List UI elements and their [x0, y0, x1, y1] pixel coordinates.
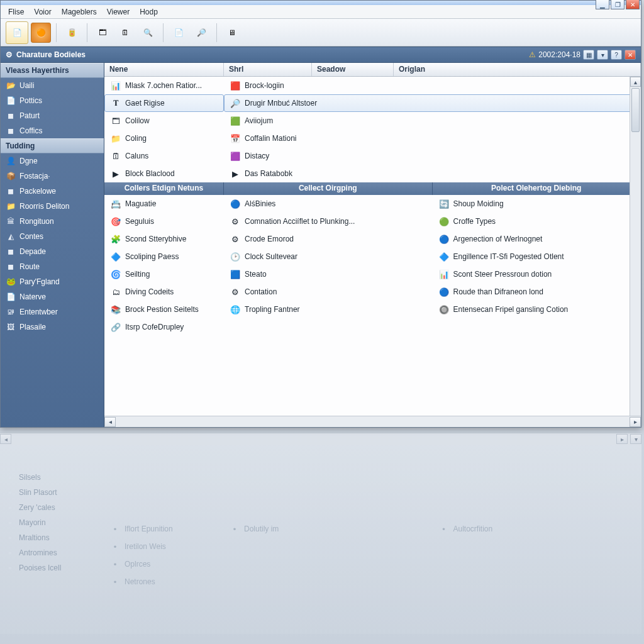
- lower-hscroll[interactable]: ◂ ▸ ▾: [0, 433, 641, 445]
- list-item[interactable]: 🗂Diving Codeits: [104, 283, 224, 301]
- list-item[interactable]: 📊Mlask 7.ochen Ratior...: [104, 77, 224, 94]
- sidebar-item[interactable]: 📁Roorris Deliton: [1, 199, 104, 214]
- tool-screen-icon[interactable]: 🖥: [222, 23, 242, 43]
- list-item[interactable]: ⚙Comnation Acciíflet to Plunking...: [224, 213, 433, 230]
- list-item[interactable]: 🔎Drugir Mпbuć Altstoer: [224, 94, 641, 112]
- sidebar-item[interactable]: ◭Contes: [1, 229, 104, 244]
- list-item[interactable]: 🟢Croffe Types: [433, 213, 641, 230]
- tool-new-icon[interactable]: 📄: [6, 21, 28, 44]
- sidebar-item[interactable]: ◼Coffics: [1, 123, 104, 138]
- list-item[interactable]: ▶Block Blaclood: [104, 165, 224, 182]
- col-name[interactable]: Nene: [104, 63, 224, 76]
- list-item[interactable]: 📚Brock Pestion Seitelts: [104, 301, 224, 318]
- sidebar-item[interactable]: 👤Dgne: [1, 153, 104, 169]
- menu-view[interactable]: Voior: [29, 6, 56, 18]
- sidebar-item[interactable]: ◼Route: [1, 259, 104, 274]
- band-grid-button[interactable]: ▦: [583, 50, 594, 60]
- list-item[interactable]: 🌀Seilting: [104, 265, 224, 283]
- sidebar-item[interactable]: ▫Zery 'cales: [0, 500, 104, 515]
- sidebar-item[interactable]: ◼Paturt: [1, 108, 104, 123]
- sidebar-item[interactable]: ▫Slin Plasort: [0, 485, 104, 500]
- subheader-c[interactable]: Polect Olehertog Diebing: [433, 182, 641, 195]
- scroll-right-icon[interactable]: ▸: [616, 434, 628, 444]
- tool-globe-icon[interactable]: 🟠: [31, 23, 51, 43]
- sidebar-item[interactable]: ▫Mayorin: [0, 515, 104, 530]
- list-item[interactable]: •Aultocrfition: [433, 520, 642, 538]
- list-item[interactable]: 🎯Seguluis: [104, 213, 224, 230]
- sidebar-item[interactable]: 🖼Plasaile: [1, 319, 104, 335]
- list-item[interactable]: 🕑Clock Sultevear: [224, 248, 433, 265]
- sidebar-item[interactable]: ◼Packelowe: [1, 184, 104, 199]
- list-item[interactable]: 🔗Itsrp CofeDrupley: [104, 318, 224, 336]
- menu-managers[interactable]: Mageblers: [57, 6, 102, 18]
- scroll-left-icon[interactable]: ◂: [104, 417, 116, 427]
- band-dropdown-button[interactable]: ▾: [597, 50, 608, 60]
- band-help-button[interactable]: ?: [611, 50, 622, 60]
- tool-find-icon[interactable]: 🔎: [191, 23, 211, 43]
- scroll-thumb[interactable]: [631, 88, 640, 132]
- sidebar-item[interactable]: ◼Depade: [1, 244, 104, 259]
- list-item[interactable]: 📁Coling: [104, 130, 224, 147]
- list-item[interactable]: 🟪Distacy: [224, 147, 641, 165]
- subheader-b[interactable]: Cellect Oirgping: [224, 182, 433, 195]
- sidebar-item[interactable]: ▫Antromines: [0, 545, 104, 560]
- list-item[interactable]: 🌐Tropling Fantner: [224, 301, 433, 318]
- sidebar-item[interactable]: ▫Silsels: [0, 470, 104, 485]
- sidebar-item[interactable]: 🐸Pary'Fgland: [1, 274, 104, 289]
- list-item[interactable]: 🗔Colilow: [104, 112, 224, 130]
- sidebar-item[interactable]: ▫Pooises Icell: [0, 560, 104, 575]
- close-button[interactable]: ✕: [626, 0, 640, 9]
- list-item[interactable]: 🟩Aviiojum: [224, 112, 641, 130]
- list-item[interactable]: 📇Maguatie: [104, 195, 224, 213]
- list-item[interactable]: •Iflort Epunition: [104, 520, 223, 538]
- col-shell[interactable]: Shrl: [224, 63, 312, 76]
- maximize-button[interactable]: ❐: [611, 0, 625, 9]
- list-item[interactable]: ▶Das Ratabobk: [224, 165, 641, 182]
- minimize-button[interactable]: ▁: [596, 0, 609, 9]
- list-item[interactable]: 🔄Shoup Moiding: [433, 195, 641, 213]
- menu-viewer[interactable]: Viewer: [102, 6, 135, 18]
- list-item[interactable]: 🔷Scoliping Paess: [104, 248, 224, 265]
- menu-help[interactable]: Hodp: [135, 6, 163, 18]
- list-item[interactable]: ⚙Crode Emorod: [224, 230, 433, 248]
- list-item[interactable]: ⚙Contation: [224, 283, 433, 301]
- list-item[interactable]: 𝐓Gaet Rigise: [104, 94, 224, 112]
- list-item[interactable]: 🔘Entensecan Fripel gansling Cotion: [433, 301, 641, 318]
- sidebar-item[interactable]: 🖳Ententwber: [1, 304, 104, 319]
- sidebar-item[interactable]: ▫Mraltions: [0, 530, 104, 545]
- scroll-left-icon[interactable]: ◂: [0, 434, 11, 444]
- list-item[interactable]: 🔵Argenection of Werlnognet: [433, 230, 641, 248]
- list-item[interactable]: •Netrones: [104, 573, 223, 591]
- band-close-button[interactable]: ✕: [625, 50, 636, 60]
- col-shadow[interactable]: Seadow: [312, 63, 394, 76]
- list-item[interactable]: •Iretilon Weis: [104, 538, 223, 555]
- scroll-down-icon[interactable]: ▾: [630, 434, 641, 444]
- tool-calendar-icon[interactable]: 🗓: [115, 23, 135, 43]
- sidebar-item[interactable]: 🏛Rongituon: [1, 214, 104, 229]
- sidebar-item[interactable]: 📄Naterve: [1, 289, 104, 304]
- sidebar-item[interactable]: 📂Uaili: [1, 78, 104, 93]
- subheader-a[interactable]: Collers Etdign Netuns: [104, 182, 224, 195]
- list-item[interactable]: 🔵AlśBinies: [224, 195, 433, 213]
- list-item[interactable]: 🗓Caluns: [104, 147, 224, 165]
- list-item[interactable]: 🟦Steato: [224, 265, 433, 283]
- sidebar-item[interactable]: 📦Fostacja·: [1, 169, 104, 184]
- col-origin[interactable]: Origlan: [394, 63, 641, 76]
- list-item[interactable]: 🔷Engillence IT-Sfi Pogested Otlent: [433, 248, 641, 265]
- menu-file[interactable]: Flise: [3, 6, 29, 18]
- list-item[interactable]: •Oplrces: [104, 555, 223, 573]
- tool-search-icon[interactable]: 🔍: [138, 23, 158, 43]
- tool-doc-icon[interactable]: 📄: [169, 23, 189, 43]
- list-item[interactable]: 🔵Roude than Difraneon lond: [433, 283, 641, 301]
- sidebar-item[interactable]: 📄Pottics: [1, 93, 104, 108]
- list-item[interactable]: 📅Coffalin Mationi: [224, 130, 641, 147]
- list-item[interactable]: 📊Scont Steer Pressroun dotion: [433, 265, 641, 283]
- list-item[interactable]: 🧩Scond Stterybhive: [104, 230, 224, 248]
- vertical-scrollbar[interactable]: ▴: [630, 77, 641, 416]
- list-item[interactable]: •Dolutily im: [223, 520, 433, 538]
- scroll-right-icon[interactable]: ▸: [630, 417, 641, 427]
- tool-panel-icon[interactable]: 🗔: [92, 23, 113, 43]
- list-item[interactable]: 🟥Brock-logiin: [224, 77, 641, 94]
- horizontal-scrollbar[interactable]: ◂ ▸: [104, 416, 641, 427]
- scroll-up-icon[interactable]: ▴: [630, 77, 641, 87]
